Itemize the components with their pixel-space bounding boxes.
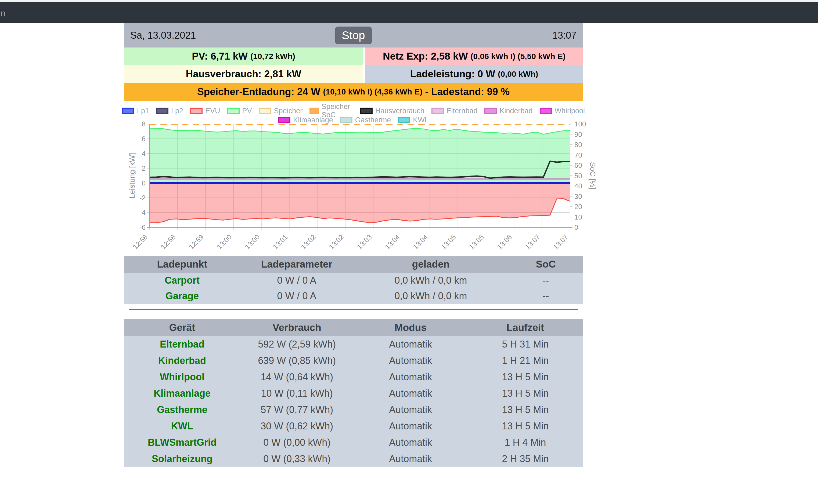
chargepoint-name[interactable]: Garage (124, 288, 241, 304)
table-row: BLWSmartGrid 0 W (0,00 kWh) Automatik 1 … (124, 434, 583, 451)
elternbad-swatch-icon (431, 108, 444, 114)
legend-row-1: Lp1 Lp2 EVU PV Speicher Speicher SoC Hau… (124, 106, 583, 115)
device-mode: Automatik (353, 369, 468, 385)
svg-text:12:59: 12:59 (187, 233, 205, 251)
hausverbrauch-swatch-icon (360, 108, 373, 114)
legend-item-speicher[interactable]: Speicher (259, 107, 303, 115)
table-row: Klimaanlage 10 W (0,11 kWh) Automatik 13… (124, 385, 583, 401)
table-row: Solarheizung 0 W (0,33 kWh) Automatik 2 … (124, 451, 583, 467)
charging-table: Ladepunkt Ladeparameter geladen SoC Carp… (124, 256, 583, 304)
legend-item-lp2[interactable]: Lp2 (156, 107, 183, 115)
lp2-swatch-icon (156, 108, 168, 114)
svg-text:80: 80 (574, 141, 582, 149)
legend-row-2: Klimaanlage Gastherme KWL (124, 115, 583, 125)
grid-export-value: Netz Exp: 2,58 kW (383, 51, 468, 62)
svg-text:13:04: 13:04 (411, 233, 429, 251)
device-name[interactable]: Elternbad (124, 336, 241, 352)
grid-export-energy: (0,06 kWh I) (5,50 kWh E) (471, 52, 565, 61)
col-ladepunkt: Ladepunkt (124, 256, 241, 273)
chargepoint-name[interactable]: Carport (124, 273, 241, 288)
device-name[interactable]: Solarheizung (124, 451, 241, 467)
legend-item-klimaanlage[interactable]: Klimaanlage (278, 116, 333, 124)
date-label: Sa, 13.03.2021 (124, 30, 196, 41)
svg-text:13:07: 13:07 (523, 233, 541, 251)
table-row: Garage 0 W / 0 A 0,0 kWh / 0,0 km -- (124, 288, 583, 304)
status-header: Sa, 13.03.2021 Stop 13:07 (124, 23, 583, 48)
col-geraet: Gerät (124, 319, 241, 336)
legend-item-elternbad[interactable]: Elternbad (431, 107, 478, 115)
pv-swatch-icon (227, 108, 240, 114)
device-runtime: 1 H 4 Min (468, 434, 583, 451)
device-table-header: Gerät Verbrauch Modus Laufzeit (124, 319, 583, 336)
svg-text:20: 20 (574, 203, 582, 211)
svg-text:6: 6 (142, 135, 145, 143)
chargepoint-params: 0 W / 0 A (241, 288, 353, 304)
grid-export-summary-cell: Netz Exp: 2,58 kW (0,06 kWh I) (5,50 kWh… (365, 48, 583, 65)
table-row: Gastherme 57 W (0,77 kWh) Automatik 13 H… (124, 401, 583, 418)
legend-item-kwl[interactable]: KWL (398, 116, 429, 124)
device-name[interactable]: Klimaanlage (124, 385, 241, 401)
battery-discharge-energy: (10,10 kWh I) (4,36 kWh E) (323, 87, 422, 96)
speicher-soc-swatch-icon (310, 108, 319, 114)
device-name[interactable]: Kinderbad (124, 352, 241, 369)
table-row: Elternbad 592 W (2,59 kWh) Automatik 5 H… (124, 336, 583, 352)
browser-edge-strip (0, 0, 818, 2)
cropped-menu-text: n (1, 8, 6, 19)
chargepoint-params: 0 W / 0 A (241, 273, 353, 288)
svg-text:12:58: 12:58 (131, 233, 149, 251)
svg-text:13:02: 13:02 (299, 233, 317, 251)
device-consumption: 0 W (0,00 kWh) (241, 434, 353, 451)
page: n Sa, 13.03.2021 Stop 13:07 PV: 6,71 kW … (0, 0, 818, 504)
svg-text:0: 0 (142, 179, 145, 187)
svg-text:13:00: 13:00 (243, 233, 261, 251)
pv-summary-cell: PV: 6,71 kW (10,72 kWh) (124, 48, 363, 65)
legend-item-pv[interactable]: PV (227, 107, 252, 115)
summary-row-1: PV: 6,71 kW (10,72 kWh) Netz Exp: 2,58 k… (124, 48, 583, 65)
svg-text:13:00: 13:00 (215, 233, 233, 251)
svg-text:70: 70 (574, 151, 582, 159)
device-table: Gerät Verbrauch Modus Laufzeit Elternbad… (124, 319, 583, 467)
svg-text:30: 30 (574, 192, 582, 200)
top-navigation-bar: n (0, 2, 818, 23)
device-name[interactable]: KWL (124, 418, 241, 434)
cell-gap (363, 48, 365, 65)
col-soc: SoC (508, 256, 583, 273)
section-divider (129, 309, 578, 310)
legend-item-lp1[interactable]: Lp1 (122, 107, 149, 115)
legend-item-hausverbrauch[interactable]: Hausverbrauch (360, 107, 424, 115)
evu-swatch-icon (190, 108, 202, 114)
svg-text:13:06: 13:06 (495, 233, 513, 251)
chargepoint-soc: -- (508, 273, 583, 288)
legend-item-kinderbad[interactable]: Kinderbad (484, 107, 532, 115)
device-name[interactable]: Whirlpool (124, 369, 241, 385)
table-row: Kinderbad 639 W (0,85 kWh) Automatik 1 H… (124, 352, 583, 369)
device-consumption: 57 W (0,77 kWh) (241, 401, 353, 418)
svg-text:13:07: 13:07 (551, 233, 569, 251)
legend-item-gastherme[interactable]: Gastherme (340, 116, 391, 124)
device-runtime: 13 H 5 Min (468, 369, 583, 385)
legend-item-whirlpool[interactable]: Whirlpool (540, 107, 585, 115)
speicher-swatch-icon (259, 108, 271, 114)
charging-power-energy: (0,00 kWh) (498, 70, 538, 79)
device-consumption: 10 W (0,11 kWh) (241, 385, 353, 401)
svg-text:13:05: 13:05 (439, 233, 457, 251)
device-consumption: 639 W (0,85 kWh) (241, 352, 353, 369)
device-consumption: 30 W (0,62 kWh) (241, 418, 353, 434)
legend-item-evu[interactable]: EVU (190, 107, 220, 115)
lp1-swatch-icon (122, 108, 134, 114)
svg-text:40: 40 (574, 182, 582, 190)
stop-button[interactable]: Stop (335, 27, 372, 44)
device-consumption: 0 W (0,33 kWh) (241, 451, 353, 467)
device-runtime: 1 H 21 Min (468, 352, 583, 369)
table-row: KWL 30 W (0,62 kWh) Automatik 13 H 5 Min (124, 418, 583, 434)
col-modus: Modus (353, 319, 468, 336)
svg-text:13:03: 13:03 (355, 233, 373, 251)
svg-text:13:05: 13:05 (467, 233, 485, 251)
device-name[interactable]: BLWSmartGrid (124, 434, 241, 451)
svg-text:12:58: 12:58 (159, 233, 177, 251)
time-label: 13:07 (552, 30, 583, 41)
svg-text:SoC [%]: SoC [%] (588, 162, 597, 189)
col-ladeparameter: Ladeparameter (241, 256, 353, 273)
svg-text:60: 60 (574, 161, 582, 169)
device-name[interactable]: Gastherme (124, 401, 241, 418)
